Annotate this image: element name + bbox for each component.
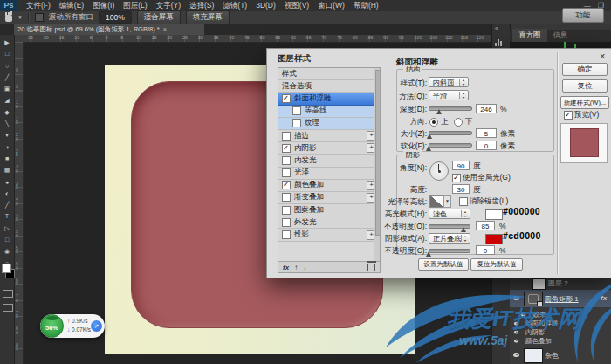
menu-item-2[interactable]: 图像(I) — [93, 1, 114, 11]
highlight-opacity-field[interactable]: 85 — [476, 221, 495, 230]
fill-screen-button[interactable]: 填充屏幕 — [186, 10, 230, 24]
highlight-mode-dropdown[interactable]: 滤色 — [429, 209, 470, 219]
style-item-checkbox[interactable] — [282, 193, 291, 202]
style-item-9[interactable]: 颜色叠加+ — [278, 180, 380, 192]
spinner-icon[interactable] — [459, 92, 467, 99]
soften-value-field[interactable]: 0 — [476, 141, 497, 150]
layer-row-selected[interactable]: 圆角矩形 1 fx — [510, 290, 611, 307]
reset-button[interactable]: 复位 — [562, 79, 608, 93]
effect-row-1[interactable]: 内阴影 — [525, 328, 546, 337]
foreground-color-swatch[interactable] — [2, 264, 11, 273]
depth-value-field[interactable]: 246 — [476, 104, 497, 113]
visibility-eye-icon[interactable] — [513, 353, 519, 357]
style-item-checkbox[interactable] — [292, 119, 301, 127]
healing-brush-tool[interactable]: ◆ — [4, 106, 9, 118]
gloss-contour-thumbnail[interactable] — [429, 195, 444, 208]
highlight-color-swatch[interactable] — [485, 209, 503, 220]
clone-stamp-tool[interactable]: ▼ — [4, 129, 10, 141]
style-item-checkbox[interactable] — [282, 144, 291, 153]
bevel-style-dropdown[interactable]: 内斜面 — [429, 77, 469, 87]
menu-item-7[interactable]: 3D(D) — [256, 1, 276, 11]
marquee-tool[interactable]: □ — [5, 48, 9, 59]
altitude-value-field[interactable]: 30 — [452, 184, 470, 194]
effect-row-2[interactable]: 颜色叠加 — [525, 337, 552, 346]
move-tool[interactable]: ▶ — [4, 37, 9, 48]
anti-aliased-checkbox[interactable] — [459, 197, 468, 206]
quick-selection-tool[interactable]: ╱ — [5, 72, 9, 83]
use-global-light-checkbox[interactable] — [452, 174, 461, 182]
menu-item-9[interactable]: 窗口(W) — [318, 1, 345, 11]
menu-item-10[interactable]: 帮助(H) — [354, 1, 379, 11]
shadow-color-swatch[interactable] — [485, 234, 503, 244]
histogram-panel-icon[interactable] — [495, 38, 504, 46]
style-item-8[interactable]: 光泽 — [278, 168, 380, 180]
style-item-5[interactable]: 描边+ — [278, 130, 380, 142]
visibility-eye-icon[interactable] — [513, 296, 519, 300]
contour-dropdown-icon[interactable]: ▼ — [443, 195, 451, 208]
path-select-tool[interactable]: ▷ — [4, 223, 9, 234]
direction-up-radio[interactable]: 上 — [429, 117, 449, 127]
style-item-7[interactable]: 内发光 — [278, 155, 380, 167]
menu-item-8[interactable]: 视图(V) — [285, 1, 309, 11]
style-item-0[interactable]: 样式 — [278, 68, 380, 80]
crop-tool[interactable]: ▣ — [4, 83, 10, 94]
eyedropper-tool[interactable]: ◢ — [4, 94, 9, 106]
reset-defaults-button[interactable]: 复位为默认值 — [470, 258, 523, 271]
shape-tool[interactable]: □ — [5, 234, 9, 245]
shape-layer-thumbnail[interactable] — [524, 292, 543, 306]
shadow-opacity-slider[interactable] — [429, 248, 470, 256]
style-item-checkbox[interactable] — [292, 106, 301, 115]
style-item-checkbox[interactable] — [282, 230, 291, 239]
direction-down-radio[interactable]: 下 — [454, 117, 473, 127]
quick-mask-icon[interactable] — [3, 290, 13, 298]
tab-info[interactable]: 信息 — [547, 29, 574, 43]
menu-item-6[interactable]: 滤镜(T) — [223, 1, 247, 11]
style-item-checkbox[interactable] — [282, 132, 291, 141]
soften-slider[interactable] — [429, 142, 472, 150]
scroll-all-windows-checkbox[interactable] — [35, 13, 44, 22]
layer-name[interactable]: 杂色 — [545, 351, 559, 361]
style-item-1[interactable]: 混合选项 — [278, 80, 380, 93]
highlight-opacity-slider[interactable] — [429, 223, 470, 231]
style-item-checkbox[interactable] — [282, 168, 291, 177]
style-item-6[interactable]: 内阴影+ — [278, 142, 380, 155]
style-item-checkbox[interactable] — [282, 206, 291, 215]
spinner-icon[interactable] — [461, 210, 469, 217]
horizontal-ruler[interactable]: 2520151050510152025303540455055606570758… — [14, 35, 491, 43]
style-item-checkbox[interactable] — [282, 218, 291, 227]
size-value-field[interactable]: 5 — [476, 128, 497, 138]
menu-item-5[interactable]: 选择(S) — [189, 1, 214, 11]
spinner-icon[interactable] — [459, 79, 467, 86]
screen-mode-icon[interactable] — [3, 304, 13, 312]
shadow-mode-dropdown[interactable]: 正片叠底 — [429, 233, 470, 244]
lasso-tool[interactable]: ○ — [5, 60, 9, 72]
layer-thumbnail[interactable] — [532, 278, 546, 290]
spinner-icon[interactable] — [461, 235, 469, 242]
depth-slider[interactable] — [429, 106, 472, 113]
type-tool[interactable]: T — [5, 210, 9, 222]
gradient-tool[interactable]: ▦ — [4, 164, 10, 175]
menu-item-0[interactable]: 文件(F) — [26, 1, 51, 11]
preview-checkbox[interactable] — [564, 111, 573, 120]
style-item-2[interactable]: 斜面和浮雕 — [278, 93, 380, 105]
document-tab[interactable]: 20 临摹图标.psd @ 69.6% (圆角矩形 1, RGB/8) * × — [14, 24, 204, 35]
visibility-eye-icon[interactable] — [521, 312, 526, 316]
boost-icon[interactable]: ↗ — [91, 320, 102, 332]
move-down-icon[interactable]: ↓ — [303, 264, 306, 271]
effect-row-0[interactable]: 斜面和浮雕 — [525, 319, 559, 328]
technique-dropdown[interactable]: 平滑 — [429, 90, 469, 100]
eraser-tool[interactable]: ■ — [5, 153, 9, 164]
layer-name[interactable]: 图层 2 — [548, 278, 568, 288]
dodge-tool[interactable]: ◐ — [5, 188, 9, 199]
pen-tool[interactable]: ╱ — [5, 199, 9, 210]
speed-ball[interactable]: 56% — [40, 314, 64, 338]
fx-badge-icon[interactable]: fx — [601, 294, 607, 302]
menu-item-3[interactable]: 图层(L) — [123, 1, 147, 11]
fit-screen-button[interactable]: 适合屏幕 — [137, 10, 181, 24]
effects-label[interactable]: 效果 — [532, 310, 546, 319]
angle-value-field[interactable]: 90 — [452, 161, 470, 170]
history-brush-tool[interactable]: ◑ — [5, 141, 9, 153]
visibility-eye-icon[interactable] — [514, 322, 518, 326]
layer-thumbnail[interactable] — [524, 348, 543, 363]
brush-tool[interactable]: ╲ — [5, 118, 9, 129]
